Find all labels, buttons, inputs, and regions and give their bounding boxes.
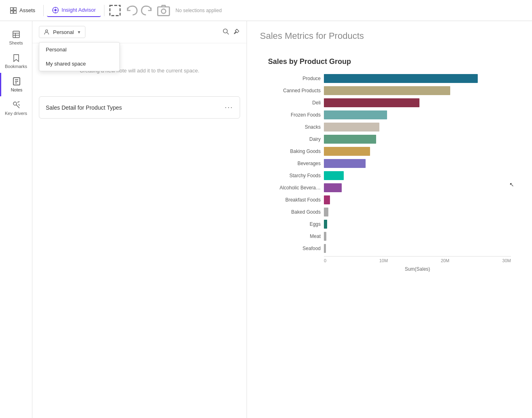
sidebar-item-notes[interactable]: Notes xyxy=(0,73,32,96)
bar-label: Baked Goods xyxy=(268,209,321,215)
bar-label: Deli xyxy=(268,100,321,106)
person-icon xyxy=(43,29,50,35)
bar-row: Baking Goods xyxy=(268,147,511,156)
bar-label: Dairy xyxy=(268,136,321,142)
toolbar-divider xyxy=(43,5,44,16)
bar-track xyxy=(324,183,501,192)
redo-button[interactable] xyxy=(140,3,155,18)
bar-fill xyxy=(324,183,342,192)
bar-row: Breakfast Foods xyxy=(268,195,511,204)
bar-label: Beverages xyxy=(268,161,321,166)
insight-advisor-button[interactable]: Insight Advisor xyxy=(47,4,101,17)
bar-row: Baked Goods xyxy=(268,208,511,216)
sidebar-bottom xyxy=(12,403,20,418)
bar-row: Eggs xyxy=(268,220,511,229)
bookmarks-label: Bookmarks xyxy=(5,64,27,69)
notes-list: Sales Detail for Product Types ··· xyxy=(32,90,247,125)
toolbar-divider2 xyxy=(104,5,104,16)
bar-row: Canned Products xyxy=(268,86,511,95)
notes-icon xyxy=(12,77,21,86)
bar-label: Snacks xyxy=(268,124,321,130)
panel-search-icon[interactable] xyxy=(222,28,230,36)
svg-point-12 xyxy=(161,9,166,13)
bar-fill xyxy=(324,244,326,253)
svg-point-27 xyxy=(223,29,228,33)
sheets-label: Sheets xyxy=(9,40,23,45)
chart-container: Sales by Product Group ProduceCanned Pro… xyxy=(260,49,519,280)
bar-label: Seafood xyxy=(268,246,321,251)
svg-line-22 xyxy=(16,105,19,108)
bar-label: Eggs xyxy=(268,221,321,227)
assets-button[interactable]: Assets xyxy=(5,4,40,17)
bar-row: Meat xyxy=(268,232,511,241)
bar-fill xyxy=(324,220,327,229)
snapshot-button[interactable] xyxy=(156,3,171,18)
select-tool-button[interactable] xyxy=(108,3,122,18)
bar-row: Beverages xyxy=(268,159,511,168)
bar-track xyxy=(324,98,511,107)
sheets-icon xyxy=(12,30,21,39)
space-dropdown-menu: Personal My shared space xyxy=(39,42,120,71)
bar-track xyxy=(324,244,511,253)
chart-area: Sales Metrics for Products Sales by Prod… xyxy=(247,21,532,418)
bar-fill xyxy=(324,98,419,107)
bar-track xyxy=(324,147,511,156)
bar-fill xyxy=(324,171,344,180)
key-drivers-label: Key drivers xyxy=(5,111,27,116)
bar-fill xyxy=(324,195,330,204)
bar-fill xyxy=(324,74,478,83)
bar-label: Starchy Foods xyxy=(268,173,321,178)
svg-rect-10 xyxy=(110,5,120,15)
collapse-sidebar-button[interactable] xyxy=(12,403,20,412)
bar-label: Meat xyxy=(268,233,321,239)
note-card[interactable]: Sales Detail for Product Types ··· xyxy=(39,96,240,119)
undo-icon xyxy=(124,3,138,18)
undo-button[interactable] xyxy=(124,3,138,18)
bar-fill xyxy=(324,86,450,95)
bar-track xyxy=(324,171,511,180)
bar-row: Deli xyxy=(268,98,511,107)
bar-row: Snacks xyxy=(268,123,511,132)
svg-point-5 xyxy=(54,9,56,11)
svg-rect-3 xyxy=(14,11,16,13)
panel-pin-icon[interactable] xyxy=(233,28,240,36)
bar-fill xyxy=(324,123,379,132)
svg-rect-1 xyxy=(14,7,16,10)
svg-rect-11 xyxy=(157,7,169,16)
insight-advisor-icon xyxy=(52,6,59,14)
bar-fill xyxy=(324,110,387,119)
dropdown-option-shared[interactable]: My shared space xyxy=(39,57,119,71)
space-selector-dropdown[interactable]: Personal ▼ xyxy=(39,26,85,38)
svg-point-21 xyxy=(13,102,17,105)
bar-row: Seafood xyxy=(268,244,511,253)
dropdown-arrow-icon: ▼ xyxy=(77,30,81,34)
bar-chart: ProduceCanned ProductsDeliFrozen FoodsSn… xyxy=(268,74,511,253)
bar-row: Dairy xyxy=(268,135,511,144)
bar-row: Produce xyxy=(268,74,511,83)
assets-icon xyxy=(10,7,17,14)
bar-fill xyxy=(324,159,366,168)
sidebar-item-sheets[interactable]: Sheets xyxy=(0,26,32,49)
bar-track xyxy=(324,110,511,119)
bar-track xyxy=(324,123,511,132)
dropdown-option-personal[interactable]: Personal xyxy=(39,42,119,57)
cursor-pointer-icon: ↖ xyxy=(509,181,514,188)
svg-line-28 xyxy=(227,32,229,34)
bar-track xyxy=(324,208,511,216)
no-selections-label: No selections applied xyxy=(176,8,222,13)
sidebar-item-bookmarks[interactable]: Bookmarks xyxy=(0,49,32,73)
bar-row: Alcoholic Bevera…↖ xyxy=(268,183,511,192)
bar-label: Produce xyxy=(268,76,321,81)
sidebar-item-key-drivers[interactable]: Key drivers xyxy=(0,96,32,120)
bar-row: Starchy Foods xyxy=(268,171,511,180)
redo-icon xyxy=(140,3,155,18)
key-drivers-icon xyxy=(12,100,21,109)
note-menu-button[interactable]: ··· xyxy=(225,103,233,112)
select-tool-icon xyxy=(108,3,122,18)
svg-rect-2 xyxy=(11,11,13,13)
bar-track xyxy=(324,159,511,168)
svg-line-24 xyxy=(19,104,19,106)
bar-label: Breakfast Foods xyxy=(268,197,321,203)
note-title: Sales Detail for Product Types xyxy=(46,104,122,111)
bar-track xyxy=(324,232,511,241)
